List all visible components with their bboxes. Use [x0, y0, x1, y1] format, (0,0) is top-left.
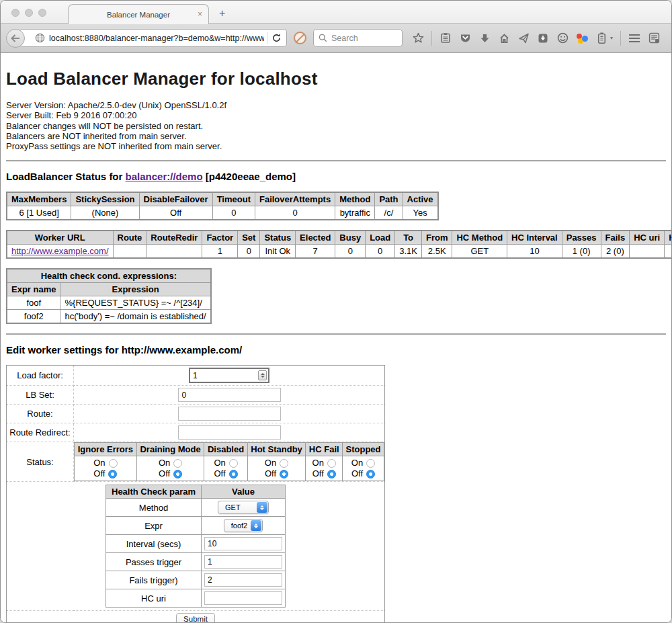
table-row: http://www.example.com/ 1 0 Init Ok 7 0 …: [7, 245, 671, 259]
page-title: Load Balancer Manager for localhost: [6, 69, 666, 89]
route-redirect-input[interactable]: [178, 425, 281, 440]
status-on-radio[interactable]: [366, 459, 375, 468]
divider: [6, 333, 666, 335]
navigation-toolbar: localhost:8880/balancer-manager?b=demo&w…: [1, 24, 671, 53]
menu-hamburger-icon[interactable]: [628, 32, 640, 44]
edit-worker-heading: Edit worker settings for http://www.exam…: [6, 344, 666, 356]
number-spinner-icon[interactable]: [258, 370, 267, 380]
worker-url-link[interactable]: http://www.example.com/: [11, 246, 109, 256]
search-placeholder: Search: [331, 34, 358, 43]
pocket-icon[interactable]: [459, 32, 471, 44]
proxypass-note-line: ProxyPass settings are NOT inherited fro…: [6, 141, 666, 151]
feedback-smiley-icon[interactable]: [556, 32, 569, 44]
load-factor-label: Load factor:: [7, 366, 74, 386]
battery-extension-icon[interactable]: [595, 32, 607, 44]
page-content: Load Balancer Manager for localhost Serv…: [1, 53, 671, 623]
route-label: Route:: [7, 405, 74, 423]
window-controls[interactable]: [11, 9, 46, 17]
worker-status-table: Worker URL Route RouteRedir Factor Set S…: [6, 230, 671, 259]
select-chevrons-icon: [257, 502, 267, 513]
status-on-radio[interactable]: [327, 459, 336, 468]
divider: [6, 160, 666, 162]
status-on-radio[interactable]: [109, 459, 118, 468]
status-cell-stopped: On Off: [343, 456, 384, 481]
back-button[interactable]: [6, 29, 25, 48]
hc-uri-label: HC uri: [106, 589, 202, 608]
urlbar-divider: [267, 32, 267, 44]
status-off-radio[interactable]: [173, 470, 182, 479]
toolbar-separator: [620, 31, 621, 46]
status-off-radio[interactable]: [229, 470, 238, 479]
hc-method-label: Method: [106, 499, 202, 517]
status-cell-disabled: On Off: [204, 456, 247, 481]
balancer-status-heading: LoadBalancer Status for balancer://demo …: [6, 171, 666, 182]
load-factor-input[interactable]: 1: [189, 368, 269, 383]
hc-interval-label: Interval (secs): [106, 535, 202, 553]
minimize-window-button[interactable]: [25, 9, 33, 17]
edit-worker-form: Load factor: 1 LB Set: Route: Route Redi…: [6, 365, 385, 623]
tab-strip: Balancer Manager × +: [1, 1, 671, 24]
status-off-radio[interactable]: [108, 470, 117, 479]
hc-passes-label: Passes trigger: [106, 553, 202, 571]
server-built-line: Server Built: Feb 9 2016 07:00:20: [6, 110, 666, 120]
browser-window: Balancer Manager × + localhost:8880/bala…: [0, 0, 672, 623]
grid-extension-icon[interactable]: [648, 32, 660, 44]
reload-button[interactable]: [270, 33, 286, 43]
table-row: foof %{REQUEST_STATUS} =~ /^[234]/: [7, 296, 211, 310]
toolbar-buttons: ▾: [412, 31, 660, 46]
hc-fails-label: Fails trigger): [106, 571, 202, 589]
color-dots-extension-icon[interactable]: [576, 32, 588, 44]
search-icon: [319, 34, 327, 42]
server-version-line: Server Version: Apache/2.5.0-dev (Unix) …: [6, 100, 666, 110]
hc-method-select[interactable]: GET: [218, 501, 269, 514]
hc-fails-input[interactable]: [204, 573, 282, 587]
overflow-caret-icon[interactable]: ▾: [610, 35, 613, 41]
reading-list-icon[interactable]: [439, 32, 452, 44]
status-on-radio[interactable]: [229, 459, 238, 468]
status-on-radio[interactable]: [173, 459, 182, 468]
hc-expressions-title: Health check cond. expressions:: [7, 269, 211, 283]
downloads-icon[interactable]: [478, 32, 491, 44]
tab-balancer-manager[interactable]: Balancer Manager ×: [68, 4, 209, 24]
status-on-radio[interactable]: [280, 459, 288, 468]
search-bar[interactable]: Search: [313, 29, 403, 47]
lb-set-input[interactable]: [178, 388, 281, 402]
hc-passes-input[interactable]: [204, 555, 282, 569]
hc-interval-input[interactable]: [204, 537, 282, 550]
persist-note-line: Balancer changes will NOT be persisted o…: [6, 121, 666, 131]
toolbar-separator: [431, 31, 432, 46]
status-off-radio[interactable]: [280, 470, 288, 479]
status-options-table: Ignore Errors Draining Mode Disabled Hot…: [74, 442, 384, 481]
status-off-radio[interactable]: [366, 470, 375, 479]
extension-download-icon[interactable]: [537, 32, 549, 44]
lb-set-label: LB Set:: [7, 386, 74, 405]
table-row: 6 [1 Used] (None) Off 0 0 bytraffic /c/ …: [7, 206, 438, 220]
new-tab-button[interactable]: +: [219, 7, 225, 19]
hc-expressions-table: Health check cond. expressions: Expr nam…: [6, 268, 212, 324]
status-cell-draining-mode: On Off: [136, 456, 204, 481]
close-window-button[interactable]: [11, 9, 19, 17]
hc-expr-label: Expr: [106, 517, 202, 535]
site-identity-globe-icon[interactable]: [35, 33, 45, 43]
inherit-note-line: Balancers are NOT inherited from main se…: [6, 131, 666, 141]
url-text[interactable]: localhost:8880/balancer-manager?b=demo&w…: [49, 34, 264, 43]
status-off-radio[interactable]: [327, 470, 336, 479]
balancer-status-table: MaxMembers StickySession DisableFailover…: [6, 192, 439, 220]
select-chevrons-icon: [251, 520, 261, 531]
bookmark-star-icon[interactable]: [412, 32, 424, 44]
route-redirect-label: Route Redirect:: [7, 423, 74, 442]
health-check-params-table: Health Check param Value Method GET: [106, 485, 286, 608]
route-input[interactable]: [178, 407, 281, 421]
status-cell-hot-standby: On Off: [247, 456, 306, 481]
url-bar[interactable]: localhost:8880/balancer-manager?b=demo&w…: [19, 29, 287, 47]
submit-button[interactable]: Submit: [176, 613, 215, 623]
balancer-demo-link[interactable]: balancer://demo: [126, 171, 203, 182]
tab-title: Balancer Manager: [107, 11, 170, 19]
tab-close-icon[interactable]: ×: [198, 10, 202, 18]
home-icon[interactable]: [498, 32, 510, 44]
hc-expr-select[interactable]: foof2: [224, 519, 263, 532]
zoom-window-button[interactable]: [38, 9, 46, 17]
hc-uri-input[interactable]: [204, 591, 282, 605]
content-blocker-icon[interactable]: [294, 32, 306, 44]
send-tab-icon[interactable]: [517, 32, 530, 44]
